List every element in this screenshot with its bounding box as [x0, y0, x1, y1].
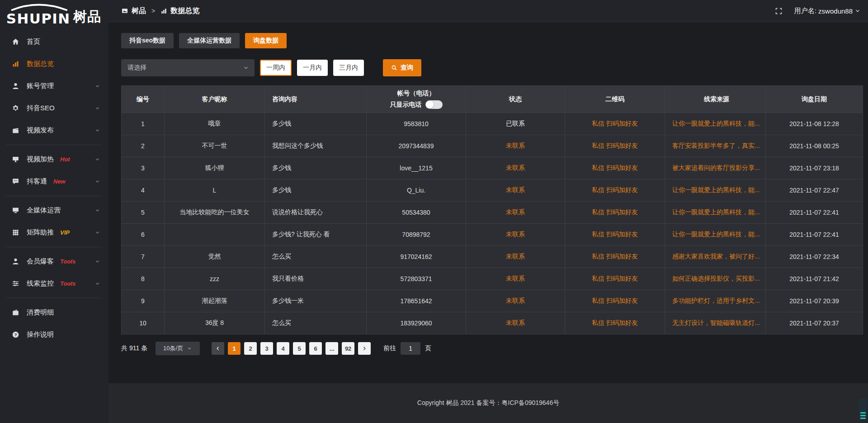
- inquiry-table-wrap: 编号 客户昵称 咨询内容 帐号（电话） 只显示电话 状态 二维码 线索来源 询盘…: [121, 85, 863, 334]
- period-button[interactable]: 一周内: [260, 60, 292, 76]
- cell-nickname: [165, 224, 265, 246]
- sidebar-item-matrix-boost[interactable]: 矩阵助推 VIP: [0, 221, 108, 244]
- cell-date: 2021-11-07 22:47: [766, 179, 863, 202]
- col-content: 咨询内容: [265, 86, 367, 113]
- cell-date: 2021-11-07 20:37: [766, 312, 863, 334]
- qrcode-link[interactable]: 私信 扫码加好友: [565, 224, 665, 246]
- username-value: zswodun88: [818, 7, 853, 15]
- source-link[interactable]: 多功能护栏灯，适用于乡村文...: [665, 290, 766, 312]
- cell-id: 2: [122, 135, 165, 157]
- sidebar-item-label: 视频发布: [27, 126, 54, 135]
- sidebar-item-badge: VIP: [60, 229, 70, 236]
- prev-page-button[interactable]: [212, 342, 224, 355]
- cell-content: 说说价格让我死心: [265, 202, 367, 224]
- account-select[interactable]: 请选择: [121, 59, 255, 76]
- goto-page-input[interactable]: [401, 342, 420, 355]
- source-link[interactable]: 客厅安装投影半年多了，真实...: [665, 135, 766, 157]
- source-link[interactable]: 被大家追着问的客厅投影分享...: [665, 157, 766, 179]
- page-number-button[interactable]: 3: [260, 342, 273, 355]
- next-page-button[interactable]: [358, 342, 371, 355]
- page-number-button[interactable]: 92: [342, 342, 354, 355]
- cell-account: 917024162: [367, 246, 466, 268]
- qrcode-link[interactable]: 私信 扫码加好友: [565, 312, 665, 334]
- qrcode-link[interactable]: 私信 扫码加好友: [565, 135, 665, 157]
- status-badge: 未联系: [466, 179, 565, 202]
- qrcode-link[interactable]: 私信 扫码加好友: [565, 179, 665, 202]
- source-link[interactable]: 让你一眼就爱上的黑科技，能...: [665, 179, 766, 202]
- cell-id: 8: [122, 268, 165, 290]
- tab[interactable]: 询盘数据: [245, 33, 287, 48]
- source-link[interactable]: 如何正确选择投影仪，买投影...: [665, 268, 766, 290]
- search-button[interactable]: 查询: [383, 59, 421, 76]
- search-icon: [391, 65, 397, 71]
- cell-id: 9: [122, 290, 165, 312]
- sidebar-item-data-overview[interactable]: 数据总览: [0, 53, 108, 75]
- cell-date: 2021-11-07 20:39: [766, 290, 863, 312]
- user-menu[interactable]: 用户名: zswodun88: [794, 7, 861, 15]
- cell-content: 多少钱: [265, 157, 367, 179]
- table-row: 10 36度 8 怎么买 183929060 未联系 私信 扫码加好友 无主灯设…: [122, 312, 863, 334]
- monitor-icon: [12, 207, 19, 214]
- sidebar-item-video-heat[interactable]: 视频加热 Hot: [0, 148, 108, 170]
- qrcode-link[interactable]: 私信 扫码加好友: [565, 157, 665, 179]
- tab[interactable]: 全媒体运营数据: [179, 33, 240, 48]
- breadcrumb-separator: >: [151, 7, 155, 14]
- sidebar-item-consume-detail[interactable]: 消费明细: [0, 301, 108, 324]
- period-button[interactable]: 三月内: [333, 60, 364, 76]
- cell-content: 多少钱: [265, 113, 367, 135]
- sidebar-item-operation-help[interactable]: ? 操作说明: [0, 324, 108, 346]
- page-number-button[interactable]: ...: [326, 342, 338, 355]
- qrcode-link[interactable]: 私信 扫码加好友: [565, 202, 665, 224]
- fullscreen-icon[interactable]: [775, 7, 783, 15]
- col-source: 线索来源: [665, 86, 766, 113]
- cell-id: 4: [122, 179, 165, 202]
- breadcrumb-root[interactable]: 树品: [132, 6, 146, 16]
- source-link[interactable]: 感谢大家喜欢我家，被问了好...: [665, 246, 766, 268]
- col-date: 询盘日期: [766, 86, 863, 113]
- period-button[interactable]: 一月内: [297, 60, 328, 76]
- select-placeholder: 请选择: [127, 64, 146, 72]
- sidebar-item-video-publish[interactable]: 视频发布: [0, 119, 108, 141]
- grid-icon: [12, 229, 19, 236]
- page-number-button[interactable]: 6: [309, 342, 322, 355]
- page-size-select[interactable]: 10条/页: [156, 342, 200, 355]
- cell-date: 2021-11-07 23:18: [766, 157, 863, 179]
- source-link[interactable]: 让你一眼就爱上的黑科技，能...: [665, 224, 766, 246]
- sidebar-item-label: 消费明细: [27, 308, 54, 317]
- cell-content: 怎么买: [265, 246, 367, 268]
- cell-content: 我想问这个多少钱: [265, 135, 367, 157]
- page-number-button[interactable]: 5: [293, 342, 306, 355]
- source-link[interactable]: 让你一眼就爱上的黑科技，能...: [665, 113, 766, 135]
- tab[interactable]: 抖音seo数据: [121, 33, 174, 48]
- sidebar-item-account-manage[interactable]: 账号管理: [0, 75, 108, 97]
- source-link[interactable]: 无主灯设计，智能磁吸轨道灯...: [665, 312, 766, 334]
- qrcode-link[interactable]: 私信 扫码加好友: [565, 268, 665, 290]
- qrcode-link[interactable]: 私信 扫码加好友: [565, 290, 665, 312]
- sidebar-item-label: 操作说明: [27, 330, 54, 339]
- cell-nickname: 潮起潮落: [165, 290, 265, 312]
- cell-account: 9583810: [367, 113, 466, 135]
- qrcode-link[interactable]: 私信 扫码加好友: [565, 113, 665, 135]
- chat-icon: [12, 178, 19, 185]
- sidebar-item-douyin-seo[interactable]: 抖音SEO: [0, 97, 108, 119]
- cell-content: 多少钱? 让我死心 看: [265, 224, 367, 246]
- pagination: 共 911 条 10条/页 123456...92 前往 页: [121, 342, 863, 355]
- floating-widget[interactable]: [859, 399, 867, 420]
- cell-date: 2021-11-07 22:41: [766, 202, 863, 224]
- sidebar-item-media-operation[interactable]: 全媒体运营: [0, 199, 108, 221]
- sidebar-item-member-boom[interactable]: 会员爆客 Tools: [0, 250, 108, 273]
- qrcode-link[interactable]: 私信 扫码加好友: [565, 246, 665, 268]
- sidebar-item-home[interactable]: 首页: [0, 31, 108, 53]
- status-badge: 未联系: [466, 135, 565, 157]
- chevron-down-icon: [94, 127, 100, 133]
- topbar-right: 用户名: zswodun88: [775, 7, 861, 15]
- sidebar-item-douketong[interactable]: 抖客通 New: [0, 170, 108, 193]
- phone-only-toggle[interactable]: [425, 100, 443, 109]
- sidebar-item-lead-monitor[interactable]: 线索监控 Tools: [0, 273, 108, 295]
- table-row: 8 zzz 我只看价格 572803371 未联系 私信 扫码加好友 如何正确选…: [122, 268, 863, 290]
- page-number-button[interactable]: 2: [244, 342, 257, 355]
- chevron-right-icon: [362, 346, 367, 351]
- page-number-button[interactable]: 4: [277, 342, 289, 355]
- source-link[interactable]: 让你一眼就爱上的黑科技，能...: [665, 202, 766, 224]
- page-number-button[interactable]: 1: [228, 342, 241, 355]
